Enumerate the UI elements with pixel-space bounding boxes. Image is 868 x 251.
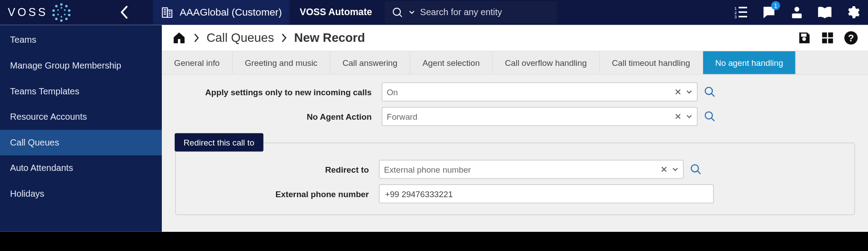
sidebar-item-resource-accounts[interactable]: Resource Accounts: [0, 104, 162, 130]
tab-label: General info: [174, 58, 220, 67]
apps-grid-icon[interactable]: [820, 31, 835, 45]
svg-rect-30: [739, 12, 747, 13]
building-icon: [160, 6, 174, 19]
svg-point-5: [60, 20, 62, 22]
sidebar-item-teams[interactable]: Teams: [0, 27, 162, 53]
tab-label: Call answering: [342, 58, 397, 67]
apply-settings-select[interactable]: On: [382, 82, 697, 101]
svg-point-2: [68, 9, 70, 12]
redirect-fieldset: Redirect this call to Redirect to Extern…: [175, 142, 855, 215]
search-input[interactable]: [420, 7, 550, 17]
svg-point-4: [65, 18, 68, 20]
tab-no-agent[interactable]: No agent handling: [703, 51, 796, 74]
svg-text:?: ?: [848, 32, 854, 44]
svg-text:3: 3: [734, 14, 736, 19]
tab-call-overflow[interactable]: Call overflow handling: [493, 51, 600, 74]
no-agent-action-select[interactable]: Forward: [382, 107, 697, 126]
breadcrumb-parent[interactable]: Call Queues: [206, 31, 274, 45]
breadcrumb-current: New Record: [294, 31, 365, 45]
tab-general-info[interactable]: General info: [162, 51, 233, 74]
svg-point-1: [65, 5, 68, 8]
redirect-to-select[interactable]: External phone number: [379, 160, 683, 179]
save-icon[interactable]: [797, 31, 811, 45]
clear-icon[interactable]: [675, 113, 681, 120]
chevron-down-icon[interactable]: [686, 89, 692, 95]
svg-point-15: [57, 9, 59, 11]
chevron-right-icon: [193, 33, 200, 43]
select-value: External phone number: [384, 165, 661, 174]
logo: VOSS: [8, 2, 114, 22]
home-icon[interactable]: [172, 31, 187, 45]
sidebar-item-label: Holidays: [10, 189, 45, 198]
svg-rect-28: [739, 7, 747, 8]
logo-burst-icon: [51, 2, 71, 22]
redirect-to-label: Redirect to: [189, 165, 379, 174]
select-value: On: [387, 87, 675, 97]
clear-icon[interactable]: [661, 166, 667, 173]
svg-point-43: [705, 112, 712, 119]
svg-rect-37: [822, 38, 827, 43]
tab-call-timeout[interactable]: Call timeout handling: [600, 51, 703, 74]
tab-label: Greeting and music: [245, 58, 317, 67]
external-phone-label: External phone number: [189, 189, 379, 198]
sidebar-item-label: Teams: [10, 35, 37, 45]
svg-point-12: [64, 14, 66, 16]
sidebar-item-label: Teams Templates: [10, 86, 79, 96]
svg-point-10: [60, 7, 62, 9]
lookup-icon[interactable]: [703, 110, 716, 123]
sidebar-item-label: Resource Accounts: [10, 112, 87, 121]
gear-icon[interactable]: [845, 4, 860, 20]
svg-point-13: [60, 16, 62, 18]
sidebar: Teams Manage Group Membership Teams Temp…: [0, 25, 162, 231]
context-label: AAAGlobal (Customer): [180, 6, 282, 18]
breadcrumb: Call Queues New Record: [172, 31, 789, 45]
chevron-down-icon[interactable]: [686, 113, 692, 120]
tab-call-answering[interactable]: Call answering: [330, 51, 410, 74]
svg-point-11: [64, 9, 66, 11]
svg-point-6: [55, 18, 58, 20]
tab-label: No agent handling: [715, 58, 783, 67]
sidebar-item-teams-templates[interactable]: Teams Templates: [0, 78, 162, 104]
sidebar-item-call-queues[interactable]: Call Queues: [0, 130, 162, 156]
book-icon[interactable]: [817, 4, 833, 20]
search-scope-icon[interactable]: [391, 6, 403, 19]
chevron-down-icon[interactable]: [409, 9, 415, 15]
user-icon[interactable]: [789, 4, 805, 20]
svg-rect-34: [792, 13, 802, 18]
product-name: VOSS Automate: [300, 7, 372, 18]
logo-text: VOSS: [8, 6, 48, 19]
chevron-right-icon: [281, 33, 288, 43]
global-search[interactable]: [384, 1, 557, 24]
back-button[interactable]: [119, 5, 148, 20]
no-agent-action-label: No Agent Action: [175, 112, 382, 121]
svg-rect-32: [739, 16, 747, 17]
sidebar-item-label: Manage Group Membership: [10, 61, 121, 70]
tab-agent-selection[interactable]: Agent selection: [410, 51, 493, 74]
context-chip[interactable]: AAAGlobal (Customer): [153, 0, 290, 24]
tab-label: Call overflow handling: [505, 58, 587, 67]
tabs: General info Greeting and music Call ans…: [162, 51, 868, 75]
svg-point-41: [705, 87, 712, 94]
lookup-icon[interactable]: [689, 162, 703, 176]
svg-rect-35: [822, 32, 827, 37]
external-phone-input[interactable]: [379, 184, 714, 203]
chat-icon[interactable]: 1: [761, 4, 777, 20]
sidebar-item-label: Auto Attendants: [10, 163, 73, 173]
tab-label: Agent selection: [423, 58, 480, 67]
svg-point-8: [52, 9, 55, 12]
sidebar-item-holidays[interactable]: Holidays: [0, 181, 162, 207]
svg-point-14: [57, 14, 59, 16]
numbered-list-icon[interactable]: 123: [733, 4, 749, 20]
clear-icon[interactable]: [675, 89, 681, 95]
select-value: Forward: [387, 112, 675, 121]
tab-greeting-music[interactable]: Greeting and music: [233, 51, 330, 74]
svg-rect-36: [828, 32, 833, 37]
lookup-icon[interactable]: [703, 85, 716, 99]
chevron-down-icon[interactable]: [672, 166, 679, 173]
svg-point-45: [691, 165, 699, 172]
sidebar-item-manage-group[interactable]: Manage Group Membership: [0, 53, 162, 79]
svg-point-0: [60, 3, 62, 6]
sidebar-item-auto-attendants[interactable]: Auto Attendants: [0, 155, 162, 181]
help-icon[interactable]: ?: [844, 31, 859, 45]
svg-line-26: [399, 14, 402, 17]
